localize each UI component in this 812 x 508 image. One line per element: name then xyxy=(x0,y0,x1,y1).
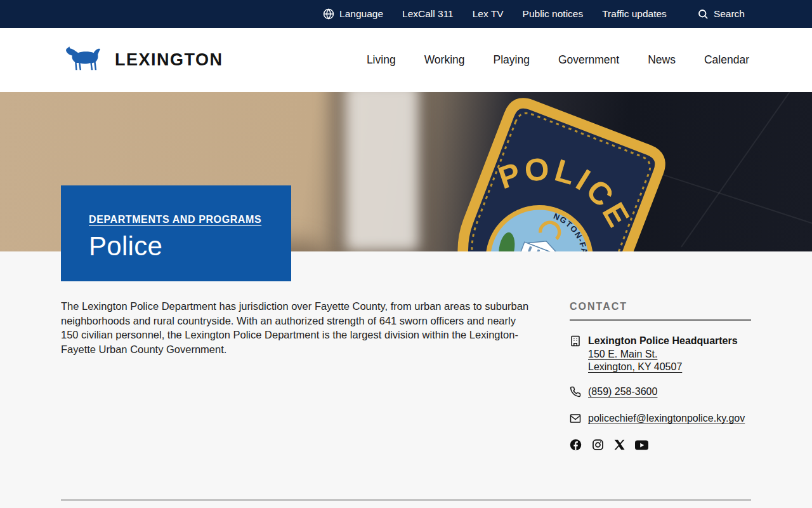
footer-divider xyxy=(61,499,751,501)
phone-link[interactable]: (859) 258-3600 xyxy=(588,385,657,398)
utility-bar: Language LexCall 311 Lex TV Public notic… xyxy=(0,0,812,28)
address-line1-link[interactable]: 150 E. Main St. xyxy=(588,348,738,361)
address-line2-link[interactable]: Lexington, KY 40507 xyxy=(588,361,738,373)
lexcall-311-link[interactable]: LexCall 311 xyxy=(402,8,454,20)
language-label: Language xyxy=(339,8,383,20)
contact-address-row: Lexington Police Headquarters 150 E. Mai… xyxy=(570,335,751,373)
language-menu[interactable]: Language xyxy=(323,8,383,20)
building-icon xyxy=(570,335,581,373)
nav-playing[interactable]: Playing xyxy=(494,53,530,67)
instagram-icon[interactable] xyxy=(592,439,604,451)
breadcrumb-departments-link[interactable]: DEPARTMENTS AND PROGRAMS xyxy=(89,214,261,225)
logo-wordmark: LEXINGTON xyxy=(115,50,223,70)
contact-heading: CONTACT xyxy=(570,301,751,312)
nav-government[interactable]: Government xyxy=(558,53,619,67)
contact-org-name: Lexington Police Headquarters xyxy=(588,335,738,347)
social-links xyxy=(570,439,751,451)
public-notices-link[interactable]: Public notices xyxy=(523,8,584,20)
main-content: The Lexington Police Department has juri… xyxy=(0,251,812,451)
phone-icon xyxy=(570,385,581,400)
lex-tv-link[interactable]: Lex TV xyxy=(473,8,504,20)
email-link[interactable]: policechief@lexingtonpolice.ky.gov xyxy=(588,412,745,425)
home-logo-link[interactable]: LEXINGTON xyxy=(63,44,223,76)
contact-panel: CONTACT Lexington Police Headquarters 15… xyxy=(570,299,751,451)
facebook-icon[interactable] xyxy=(570,439,582,451)
nav-calendar[interactable]: Calendar xyxy=(704,53,749,67)
search-label: Search xyxy=(714,8,745,20)
nav-working[interactable]: Working xyxy=(424,53,465,67)
x-twitter-icon[interactable] xyxy=(614,439,625,450)
traffic-updates-link[interactable]: Traffic updates xyxy=(602,8,667,20)
mail-icon xyxy=(570,412,581,427)
intro-paragraph: The Lexington Police Department has juri… xyxy=(61,299,535,451)
lexington-horse-icon xyxy=(63,44,103,76)
contact-divider xyxy=(570,319,751,321)
site-header: LEXINGTON Living Working Playing Governm… xyxy=(0,28,812,92)
nav-living[interactable]: Living xyxy=(367,53,396,67)
primary-nav: Living Working Playing Government News C… xyxy=(367,53,749,67)
youtube-icon[interactable] xyxy=(635,440,648,450)
globe-icon xyxy=(323,8,334,20)
contact-email-row: policechief@lexingtonpolice.ky.gov xyxy=(570,412,751,427)
contact-phone-row: (859) 258-3600 xyxy=(570,385,751,400)
nav-news[interactable]: News xyxy=(648,53,676,67)
page: Language LexCall 311 Lex TV Public notic… xyxy=(0,0,812,508)
page-title-box: DEPARTMENTS AND PROGRAMS Police xyxy=(61,185,291,281)
search-button[interactable]: Search xyxy=(697,8,745,20)
search-icon xyxy=(697,8,709,20)
page-title: Police xyxy=(89,231,291,262)
